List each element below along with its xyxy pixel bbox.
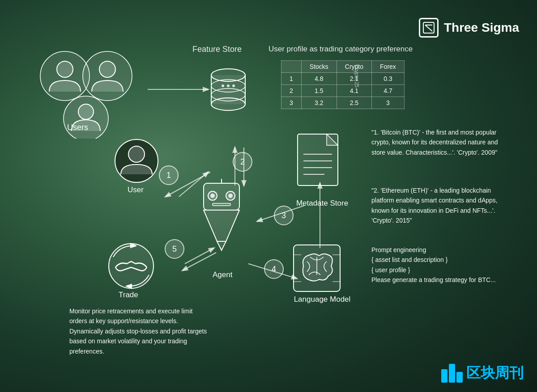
prompt-request: Please generate a trading strategy for B… [371,276,496,283]
bar3 [456,372,463,383]
row1-stocks: 4.8 [301,73,337,85]
trading-title: User profile as trading category prefere… [268,45,439,54]
table-header-empty [281,61,302,73]
trading-table: Stocks Crypto Forex 1 4.8 2.1 0.3 2 1.5 … [281,60,405,109]
row3-id: 3 [281,97,302,109]
row2-forex: 4.7 [372,85,405,97]
watermark-text: 区块周刊 [466,363,524,383]
logo-icon [419,18,439,38]
row1-id: 1 [281,73,302,85]
watermark: 区块周刊 [441,363,524,383]
prompt-asset-list: { asset list and description } [371,256,448,263]
bar2 [449,364,455,383]
user-label: User [128,185,144,194]
row3-stocks: 3.2 [301,97,337,109]
logo-area: Three Sigma [419,18,519,38]
arrow-2-down [237,143,251,188]
users-label: Users [67,123,88,132]
watermark-bars-icon [441,364,463,383]
table-row: 1 4.8 2.1 0.3 [281,73,405,85]
svg-point-9 [211,89,245,101]
language-model-label: Language Model [286,295,358,304]
users-area [36,49,143,139]
svg-line-1 [425,25,432,31]
svg-rect-27 [213,203,230,206]
arrow-agent-to-trade [178,248,218,275]
table-row: 2 1.5 4.1 4.7 [281,85,405,97]
arrow-lang-to-metadata [313,179,327,250]
svg-point-12 [232,84,235,87]
svg-point-16 [99,61,115,77]
arrow-users-to-db [143,83,215,96]
logo-text: Three Sigma [444,21,519,35]
arrow-4 [244,257,302,284]
table-row: 3 3.2 2.5 3 [281,97,405,109]
feature-store-label: Feature Store [192,45,242,54]
crypto-note: Crypto 25 [354,64,360,88]
user-icon [114,139,159,183]
svg-point-20 [128,146,145,162]
svg-point-11 [227,84,230,87]
trade-icon [107,241,156,291]
right-text-1: "1. 'Bitcoin (BTC)' - the first and most… [371,127,510,157]
row1-forex: 0.3 [372,73,405,85]
prompt-engineering-text: Prompt engineering { asset list and desc… [371,245,510,285]
svg-point-14 [57,61,73,77]
row3-crypto: 2.5 [337,97,371,109]
row2-id: 2 [281,85,302,97]
svg-point-25 [228,194,233,198]
svg-point-18 [78,104,94,119]
prompt-label: Prompt engineering [371,246,426,253]
svg-point-33 [109,244,153,288]
right-text-2: "2. 'Ethereum (ETH)' - a leading blockch… [371,185,510,226]
prompt-user-profile: { user profile } [371,266,410,274]
bottom-description: Monitor price retracements and execute l… [69,306,208,356]
arrow-3 [251,201,309,228]
row2-stocks: 1.5 [301,85,337,97]
table-header-stocks: Stocks [301,61,337,73]
svg-point-10 [222,84,224,87]
bar1 [441,369,448,383]
svg-point-23 [210,194,215,198]
row3-forex: 3 [372,97,405,109]
trade-label: Trade [119,291,138,299]
table-header-forex: Forex [372,61,405,73]
